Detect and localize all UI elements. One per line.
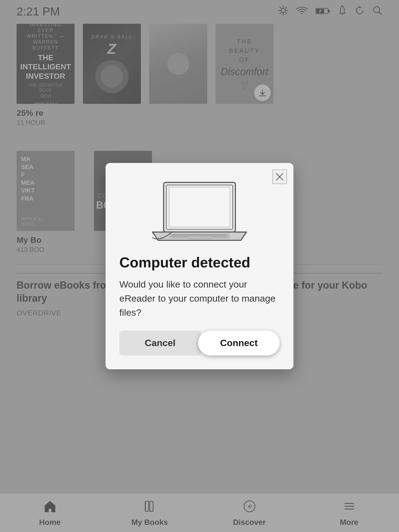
svg-rect-31 (169, 187, 230, 227)
dialog-body: Would you like to connect your eReader t… (119, 277, 280, 320)
svg-rect-50 (209, 235, 212, 235)
svg-rect-45 (196, 235, 198, 235)
svg-rect-41 (183, 235, 186, 235)
cancel-button[interactable]: Cancel (119, 331, 201, 355)
svg-rect-37 (172, 235, 175, 235)
dialog-close-button[interactable] (272, 170, 287, 184)
svg-rect-38 (175, 235, 177, 235)
svg-rect-54 (221, 235, 223, 235)
svg-rect-44 (193, 235, 195, 235)
modal-overlay: Computer detected Would you like to conn… (0, 0, 399, 532)
svg-rect-48 (204, 235, 206, 235)
dialog-title: Computer detected (119, 254, 280, 271)
svg-rect-39 (178, 235, 180, 235)
svg-rect-55 (223, 235, 225, 235)
svg-rect-53 (218, 235, 220, 235)
svg-rect-43 (190, 235, 192, 235)
svg-rect-47 (201, 235, 203, 235)
svg-rect-46 (198, 235, 201, 235)
svg-rect-49 (207, 235, 209, 235)
connect-button-wrapper: Connect (198, 331, 280, 355)
laptop-illustration (119, 177, 280, 243)
dialog-buttons: Cancel Connect (119, 331, 280, 355)
svg-rect-52 (215, 235, 217, 235)
svg-rect-42 (186, 235, 190, 235)
connect-button[interactable]: Connect (198, 331, 280, 355)
svg-rect-51 (212, 235, 214, 235)
svg-rect-40 (181, 235, 183, 235)
computer-detected-dialog: Computer detected Would you like to conn… (106, 163, 293, 369)
svg-rect-35 (187, 236, 212, 239)
